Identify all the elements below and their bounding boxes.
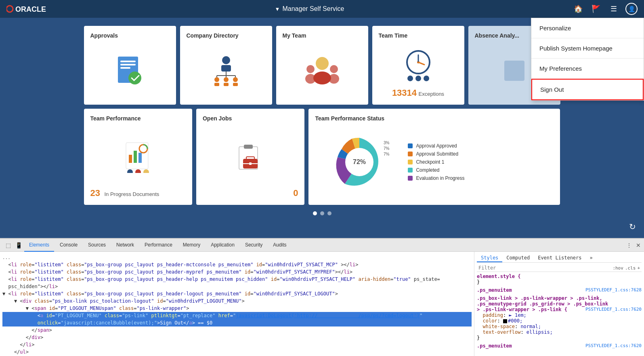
devtools-tab-application[interactable]: Application bbox=[206, 239, 239, 252]
menu-icon[interactable]: ☰ bbox=[608, 3, 620, 15]
tile-my-team-title: My Team bbox=[283, 32, 362, 39]
svg-rect-3 bbox=[120, 61, 136, 62]
absence-icon-svg bbox=[502, 59, 527, 83]
company-directory-icon-svg bbox=[208, 55, 244, 87]
tile-team-time-title: Team Time bbox=[379, 32, 458, 39]
legend-dot-checkpoint1 bbox=[408, 160, 413, 164]
legend-dot-approval-approved bbox=[408, 143, 413, 148]
tile-team-time-label: Exceptions bbox=[419, 91, 445, 97]
filter-cls[interactable]: .cls bbox=[625, 265, 636, 271]
svg-rect-33 bbox=[504, 61, 524, 81]
svg-rect-37 bbox=[138, 153, 142, 163]
styles-tab-more[interactable]: » bbox=[586, 254, 597, 262]
svg-rect-4 bbox=[120, 64, 136, 65]
devtools-inspect-icon[interactable]: ⬚ bbox=[3, 240, 13, 250]
svg-point-14 bbox=[214, 77, 219, 82]
home-icon[interactable]: 🏠 bbox=[572, 3, 584, 15]
devtools-right-controls: ⋮ ✕ bbox=[626, 242, 641, 249]
dropdown-publish[interactable]: Publish System Homepage bbox=[531, 38, 644, 59]
pagination-dot-1[interactable] bbox=[313, 211, 317, 215]
svg-text:72%: 72% bbox=[353, 158, 366, 165]
team-time-icon-svg bbox=[400, 49, 436, 82]
svg-rect-47 bbox=[249, 162, 252, 165]
tile-tp-badge: 23 bbox=[90, 188, 100, 198]
code-line-5: ▼ <li role="listitem" class="ps_box-grou… bbox=[2, 290, 472, 297]
svg-point-39 bbox=[127, 169, 133, 173]
pagination bbox=[313, 211, 331, 215]
tile-my-team[interactable]: My Team bbox=[276, 26, 368, 105]
styles-tabbar: Styles Computed Event Listeners » bbox=[477, 254, 642, 263]
svg-point-41 bbox=[143, 169, 149, 173]
legend-label-completed: Completed bbox=[416, 167, 439, 173]
legend-label-approval-submitted: Approval Submitted bbox=[416, 151, 458, 157]
code-line-10: </span> bbox=[2, 327, 472, 334]
tile-tps-title: Team Performance Status bbox=[315, 115, 554, 122]
tile-team-time-badge: 13314 bbox=[392, 88, 417, 98]
tile-tps[interactable]: Team Performance Status bbox=[308, 109, 560, 205]
style-rule-element: element.style { } bbox=[477, 274, 642, 285]
styles-tab-computed[interactable]: Computed bbox=[502, 254, 534, 262]
tile-tp-label: In Progress Documents bbox=[104, 191, 159, 197]
filter-plus[interactable]: + bbox=[637, 265, 640, 271]
svg-point-40 bbox=[135, 169, 141, 173]
svg-rect-0 bbox=[6, 6, 13, 12]
dropdown-signout[interactable]: Sign Out bbox=[531, 79, 644, 100]
pie-chart-container: 72% 3% 7% 7% Approval Approved bbox=[315, 126, 554, 198]
code-line-8[interactable]: <a id="PT_LOGOUT_MENU" class="ps-link" p… bbox=[2, 312, 472, 319]
devtools-tab-security[interactable]: Security bbox=[240, 239, 267, 252]
tile-company-directory[interactable]: Company Directory bbox=[180, 26, 272, 105]
svg-text:3%: 3% bbox=[384, 141, 390, 145]
tile-team-performance[interactable]: Team Performance bbox=[84, 109, 192, 205]
tile-open-jobs[interactable]: Open Jobs 0 bbox=[196, 109, 304, 205]
devtools-tabbar: ⬚ 📱 Elements Console Sources Network Per… bbox=[0, 239, 644, 252]
tile-approvals-title: Approvals bbox=[90, 32, 170, 39]
legend-approval-submitted: Approval Submitted bbox=[408, 151, 464, 157]
svg-point-21 bbox=[313, 72, 331, 84]
devtools-more-icon[interactable]: ⋮ bbox=[626, 242, 632, 249]
devtools-tab-elements[interactable]: Elements bbox=[24, 239, 54, 252]
tile-approvals[interactable]: Approvals bbox=[84, 26, 176, 105]
legend-label-checkpoint1: Checkpoint 1 bbox=[416, 159, 444, 165]
devtools-close-icon[interactable]: ✕ bbox=[636, 242, 641, 249]
tile-team-performance-icon bbox=[90, 126, 186, 188]
code-line-7: ▼ <span id="PT_LOGOUT_MENUspan" class="p… bbox=[2, 305, 472, 312]
pie-chart-svg: 72% 3% 7% 7% bbox=[319, 130, 400, 194]
pie-legend: Approval Approved Approval Submitted Che… bbox=[408, 143, 464, 181]
filter-hov[interactable]: :hov bbox=[613, 265, 623, 271]
devtools-tab-memory[interactable]: Memory bbox=[178, 239, 205, 252]
tile-open-jobs-title: Open Jobs bbox=[203, 115, 298, 122]
title-text: Manager Self Service bbox=[282, 5, 344, 13]
styles-tab-event-listeners[interactable]: Event Listeners bbox=[534, 254, 585, 262]
devtools-tab-network[interactable]: Network bbox=[111, 239, 139, 252]
pagination-dot-3[interactable] bbox=[327, 211, 331, 215]
svg-point-18 bbox=[233, 77, 238, 82]
title-arrow: ▼ bbox=[275, 6, 280, 12]
svg-rect-17 bbox=[224, 83, 229, 86]
tile-company-directory-title: Company Directory bbox=[187, 32, 266, 39]
tiles-row-2: Team Performance bbox=[84, 109, 560, 205]
tile-team-time[interactable]: Team Time 13314 bbox=[372, 26, 464, 105]
devtools-tab-performance[interactable]: Performance bbox=[140, 239, 177, 252]
devtools-tab-audits[interactable]: Audits bbox=[268, 239, 291, 252]
open-jobs-icon-svg bbox=[234, 141, 266, 173]
code-line-4: psc_hidden"></li> bbox=[2, 283, 472, 290]
elements-panel[interactable]: ... <li role="listitem" class="ps_box-gr… bbox=[0, 252, 474, 356]
svg-point-23 bbox=[305, 74, 316, 84]
refresh-button[interactable]: ↻ bbox=[629, 222, 636, 232]
styles-filter-input[interactable] bbox=[478, 265, 610, 271]
devtools-tab-console[interactable]: Console bbox=[55, 239, 82, 252]
legend-dot-evaluation bbox=[408, 176, 413, 181]
tile-my-team-icon bbox=[283, 43, 362, 98]
dropdown-personalize[interactable]: Personalize bbox=[531, 18, 644, 38]
styles-tab-styles[interactable]: Styles bbox=[477, 254, 502, 262]
svg-point-24 bbox=[330, 65, 338, 73]
devtools-tab-sources[interactable]: Sources bbox=[83, 239, 111, 252]
flag-icon[interactable]: 🚩 bbox=[590, 3, 602, 15]
pagination-dot-2[interactable] bbox=[320, 211, 324, 215]
user-icon[interactable]: 👤 bbox=[625, 3, 638, 15]
tiles-row-1: Approvals Company Director bbox=[84, 26, 560, 105]
code-line-9[interactable]: onclick="javascript:cancelBubble(event);… bbox=[2, 319, 472, 327]
dropdown-preferences[interactable]: My Preferences bbox=[531, 59, 644, 79]
legend-evaluation: Evaluation in Progress bbox=[408, 175, 464, 181]
devtools-device-icon[interactable]: 📱 bbox=[14, 240, 23, 250]
